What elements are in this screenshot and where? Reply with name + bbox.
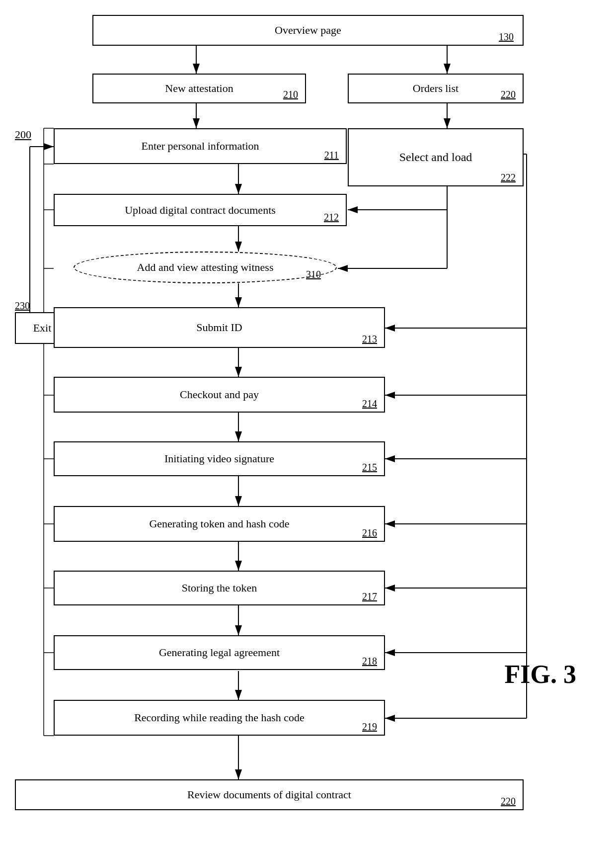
main-process-ref: 200	[15, 128, 31, 141]
add-view-witness-box: Add and view attesting witness 310	[74, 252, 337, 283]
initiating-video-box: Initiating video signature 215	[54, 441, 385, 476]
initiating-video-label: Initiating video signature	[164, 452, 274, 465]
orders-list-ref: 220	[501, 89, 516, 100]
new-attestation-label: New attestation	[165, 82, 233, 95]
select-load-box: Select and load 222	[348, 128, 524, 186]
orders-list-label: Orders list	[413, 82, 459, 95]
checkout-pay-label: Checkout and pay	[180, 388, 259, 401]
add-view-witness-label: Add and view attesting witness	[137, 261, 274, 274]
checkout-pay-box: Checkout and pay 214	[54, 377, 385, 413]
upload-digital-box: Upload digital contract documents 212	[54, 194, 347, 226]
generating-legal-ref: 218	[362, 656, 377, 667]
storing-token-ref: 217	[362, 591, 377, 602]
enter-personal-label: Enter personal information	[141, 140, 259, 153]
generating-legal-box: Generating legal agreement 218	[54, 635, 385, 670]
select-load-ref: 222	[501, 172, 516, 183]
review-docs-box: Review documents of digital contract 220	[15, 779, 524, 810]
recording-box: Recording while reading the hash code 21…	[54, 700, 385, 736]
upload-digital-label: Upload digital contract documents	[125, 204, 276, 217]
checkout-pay-ref: 214	[362, 398, 377, 410]
new-attestation-box: New attestation 210	[92, 74, 306, 103]
generating-legal-label: Generating legal agreement	[159, 646, 280, 659]
overview-page-ref: 130	[499, 31, 514, 43]
upload-digital-ref: 212	[324, 212, 339, 223]
recording-ref: 219	[362, 721, 377, 733]
storing-token-label: Storing the token	[182, 582, 257, 594]
generating-token-ref: 216	[362, 527, 377, 539]
orders-list-box: Orders list 220	[348, 74, 524, 103]
initiating-video-ref: 215	[362, 462, 377, 473]
submit-id-label: Submit ID	[196, 321, 242, 334]
overview-page-label: Overview page	[275, 24, 341, 37]
add-view-witness-ref: 310	[306, 269, 321, 280]
review-docs-ref: 220	[501, 796, 516, 807]
submit-id-box: Submit ID 213	[54, 307, 385, 348]
enter-personal-box: Enter personal information 211	[54, 128, 347, 164]
enter-personal-ref: 211	[324, 150, 339, 161]
diagram-container: Overview page 130 New attestation 210 Or…	[0, 0, 616, 843]
generating-token-box: Generating token and hash code 216	[54, 506, 385, 542]
exit-ref-label: 230	[15, 300, 30, 312]
storing-token-box: Storing the token 217	[54, 571, 385, 605]
figure-label: FIG. 3	[505, 660, 576, 689]
generating-token-label: Generating token and hash code	[149, 517, 289, 530]
overview-page-box: Overview page 130	[92, 15, 524, 46]
recording-label: Recording while reading the hash code	[134, 711, 305, 724]
new-attestation-ref: 210	[283, 89, 298, 100]
submit-id-ref: 213	[362, 334, 377, 345]
select-load-label: Select and load	[399, 151, 472, 164]
review-docs-label: Review documents of digital contract	[187, 788, 351, 801]
exit-label: Exit	[33, 322, 52, 335]
